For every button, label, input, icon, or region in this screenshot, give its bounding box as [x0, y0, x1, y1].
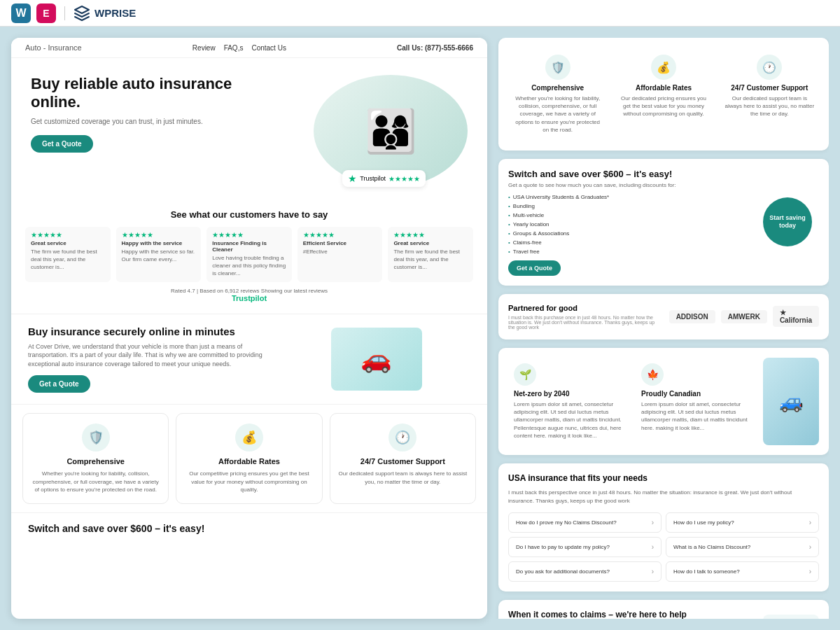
- faq-question-5: Do you ask for additional documents?: [516, 568, 610, 575]
- elementor-logo[interactable]: E: [36, 4, 56, 23]
- ss-list-item: Bundling: [508, 202, 749, 211]
- nav-links: Review FAQ,s Contact Us: [192, 44, 286, 52]
- partners-desc: I must back this purchase once in just 4…: [508, 315, 662, 330]
- claims-inner: When it comes to claims – we're here to …: [508, 610, 819, 619]
- review-card: ★★★★★ Insurance Finding is Cleaner Love …: [206, 227, 292, 282]
- review-text: Happy with the service so far. Our firm …: [122, 248, 196, 263]
- start-saving-label: Start saving today: [763, 214, 812, 230]
- reviews-rating-text: Rated 4.7 | Based on 6,912 reviews Showi…: [171, 288, 328, 294]
- ss-list-item: Multi-vehicle: [508, 211, 749, 220]
- feature-title-support: 24/7 Customer Support: [337, 457, 468, 465]
- ss-subtitle: Get a quote to see how much you can save…: [508, 182, 749, 188]
- faq-question-6: How do I talk to someone?: [673, 568, 740, 575]
- buy-online-title: Buy insurance securely online in minutes: [28, 326, 272, 338]
- reviews-title: See what our customers have to say: [25, 209, 473, 220]
- site-brand: Auto - Insurance: [25, 43, 82, 52]
- right-fc-desc-3: Our dedicated support team is always her…: [724, 94, 815, 118]
- usa-desc: I must back this perspective once in jus…: [508, 489, 819, 505]
- canadian-title: Proudly Canadian: [641, 390, 750, 398]
- partners-row: Partnered for good I must back this purc…: [508, 304, 819, 330]
- net-zero-icon: 🌱: [514, 363, 536, 386]
- right-fc-desc-2: Our dedicated pricing ensures you get th…: [618, 94, 708, 118]
- faq-item-4[interactable]: What is a No Claims Discount? ›: [666, 537, 819, 557]
- review-stars: ★★★★★: [393, 231, 468, 239]
- wordpress-logo[interactable]: W: [11, 4, 31, 23]
- nav-phone: Call Us: (877)-555-6666: [397, 44, 473, 52]
- main-area: Auto - Insurance Review FAQ,s Contact Us…: [0, 27, 840, 630]
- faq-item-2[interactable]: How do I use my policy? ›: [666, 512, 819, 533]
- ss-list-item: Travel free: [508, 247, 749, 256]
- review-title: Great service: [31, 240, 105, 246]
- partners-title: Partnered for good: [508, 304, 662, 312]
- ss-list: USA University Students & Graduates* Bun…: [508, 192, 749, 256]
- review-text: #Effective: [303, 248, 377, 255]
- review-text: Love having trouble finding a cleaner an…: [212, 254, 286, 278]
- canadian-col: 🍁 Proudly Canadian Lorem ipsum dolor sit…: [636, 358, 756, 445]
- car-image: 🚙: [763, 358, 819, 445]
- partner-logos: ADDISON AMWERK ★ California: [669, 306, 819, 327]
- buy-online-section: Buy insurance securely online in minutes…: [11, 314, 487, 405]
- review-card: ★★★★★ Happy with the service Happy with …: [116, 227, 202, 282]
- faq-item-3[interactable]: Do I have to pay to update my policy? ›: [508, 537, 662, 557]
- ss-left: Switch and save over $600 – it's easy! G…: [508, 169, 749, 276]
- hero-cta-button[interactable]: Get a Quote: [31, 135, 93, 153]
- ss-title: Switch and save over $600 – it's easy!: [508, 169, 749, 179]
- nav-review[interactable]: Review: [192, 44, 216, 52]
- canadian-icon: 🍁: [641, 363, 664, 386]
- feature-title-comprehensive: Comprehensive: [30, 457, 161, 465]
- right-features-grid: 🛡️ Comprehensive Whether you're looking …: [508, 48, 819, 141]
- affordable-icon: 💰: [235, 424, 263, 451]
- faq-item-1[interactable]: How do I prove my No Claims Discount? ›: [508, 512, 662, 533]
- hero-text: Buy reliable auto insurance online. Get …: [31, 75, 271, 187]
- right-usa-section: USA insurance that fits your needs I mus…: [498, 463, 829, 592]
- site-nav: Auto - Insurance Review FAQ,s Contact Us…: [11, 38, 487, 58]
- faq-arrow-1: ›: [652, 519, 654, 526]
- switch-save-right-inner: Switch and save over $600 – it's easy! G…: [508, 169, 819, 276]
- two-col-right: 🌱 Net-zero by 2040 Lorem ipsum dolor sit…: [508, 358, 819, 445]
- claims-text: When it comes to claims – we're here to …: [508, 610, 756, 619]
- right-fc-title-2: Affordable Rates: [618, 84, 708, 92]
- buy-online-cta-button[interactable]: Get a Quote: [28, 375, 90, 393]
- start-saving-button[interactable]: Start saving today: [763, 197, 812, 246]
- nav-faq[interactable]: FAQ,s: [224, 44, 244, 52]
- right-feature-comprehensive: 🛡️ Comprehensive Whether you're looking …: [508, 48, 607, 141]
- right-feature-affordable: 💰 Affordable Rates Our dedicated pricing…: [614, 48, 713, 141]
- faq-item-5[interactable]: Do you ask for additional documents? ›: [508, 561, 662, 582]
- hero-title: Buy reliable auto insurance online.: [31, 75, 271, 112]
- tp-logo-text: Trustpilot: [232, 294, 267, 302]
- review-stars: ★★★★★: [303, 231, 377, 239]
- review-text: The firm we found the best deal this yea…: [31, 248, 105, 272]
- ss-right: Start saving today: [756, 169, 819, 276]
- claims-title: When it comes to claims – we're here to …: [508, 610, 756, 619]
- ss-cta-button[interactable]: Get a Quote: [508, 260, 561, 276]
- review-title: Efficient Service: [303, 240, 377, 246]
- right-features-section: 🛡️ Comprehensive Whether you're looking …: [498, 38, 829, 150]
- comprehensive-icon: 🛡️: [82, 424, 110, 451]
- right-support-icon: 🕐: [757, 55, 782, 80]
- right-netzero-canadian: 🌱 Net-zero by 2040 Lorem ipsum dolor sit…: [498, 348, 829, 455]
- review-stars: ★★★★★: [212, 231, 286, 239]
- canadian-desc: Lorem ipsum dolor sit amet, consectetur …: [641, 400, 750, 432]
- usa-header: I must back this perspective once in jus…: [508, 489, 819, 505]
- hero-section: Buy reliable auto insurance online. Get …: [11, 58, 487, 198]
- right-fc-title-1: Comprehensive: [512, 84, 603, 92]
- trustpilot-badge: ★ Trustpilot ★★★★★: [342, 170, 426, 187]
- right-partners: Partnered for good I must back this purc…: [498, 294, 829, 340]
- faq-question-1: How do I prove my No Claims Discount?: [516, 519, 617, 526]
- net-zero-col: 🌱 Net-zero by 2040 Lorem ipsum dolor sit…: [508, 358, 629, 445]
- faq-item-6[interactable]: How do I talk to someone? ›: [666, 561, 819, 582]
- net-zero-desc: Lorem ipsum dolor sit amet, consectetur …: [514, 400, 623, 440]
- nav-contact[interactable]: Contact Us: [251, 44, 286, 52]
- partner-logo-amwerk: AMWERK: [721, 310, 767, 323]
- buy-online-text: Buy insurance securely online in minutes…: [28, 326, 272, 393]
- partners-left: Partnered for good I must back this purc…: [508, 304, 662, 330]
- faq-arrow-4: ›: [809, 543, 811, 551]
- ss-list-item: Yearly location: [508, 220, 749, 229]
- ss-list-item: Claims-free: [508, 238, 749, 247]
- right-panel[interactable]: 🛡️ Comprehensive Whether you're looking …: [487, 38, 829, 619]
- review-card: ★★★★★ Efficient Service #Effective: [298, 227, 383, 282]
- toolbar: W E WPRISE: [0, 0, 840, 27]
- review-stars: ★★★★★: [31, 231, 105, 239]
- reviews-row: ★★★★★ Great service The firm we found th…: [25, 227, 473, 282]
- right-fc-desc-1: Whether you're looking for liability, co…: [512, 94, 603, 134]
